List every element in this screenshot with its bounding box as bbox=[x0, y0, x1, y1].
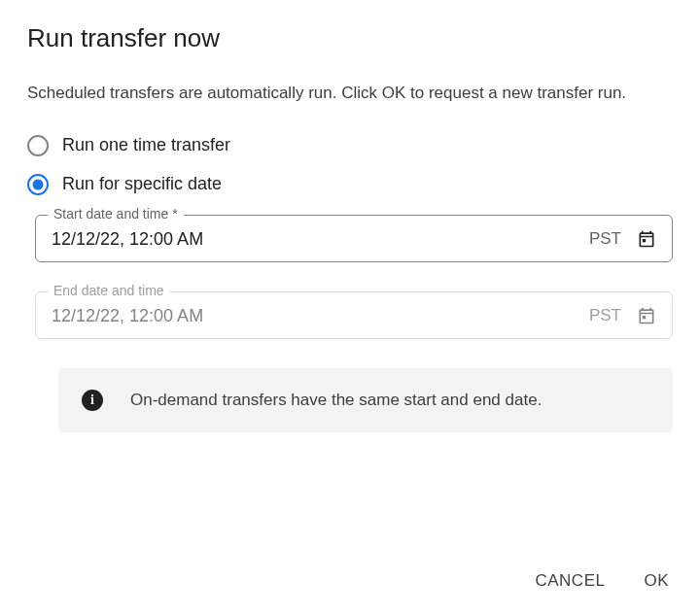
end-date-right: PST bbox=[589, 306, 656, 325]
info-message: On-demand transfers have the same start … bbox=[130, 391, 542, 410]
radio-checked-icon bbox=[27, 174, 49, 195]
end-date-field: End date and time 12/12/22, 12:00 AM PST bbox=[35, 291, 673, 339]
end-timezone: PST bbox=[589, 306, 621, 325]
dialog-buttons: CANCEL OK bbox=[531, 563, 673, 598]
radio-one-time-transfer[interactable]: Run one time transfer bbox=[27, 135, 673, 156]
radio-specific-date-label: Run for specific date bbox=[62, 174, 222, 194]
svg-rect-1 bbox=[643, 316, 646, 319]
radio-specific-date[interactable]: Run for specific date bbox=[27, 174, 673, 195]
start-date-right: PST bbox=[589, 229, 656, 249]
start-date-legend: Start date and time * bbox=[48, 206, 184, 222]
start-date-field[interactable]: Start date and time * 12/12/22, 12:00 AM… bbox=[35, 215, 673, 262]
radio-one-time-label: Run one time transfer bbox=[62, 135, 230, 155]
info-icon: i bbox=[82, 390, 103, 411]
end-date-value: 12/12/22, 12:00 AM bbox=[52, 306, 589, 326]
radio-unchecked-icon bbox=[27, 135, 49, 156]
dialog-title: Run transfer now bbox=[27, 23, 673, 53]
date-fields-container: Start date and time * 12/12/22, 12:00 AM… bbox=[35, 215, 673, 339]
calendar-icon[interactable] bbox=[637, 229, 656, 249]
start-date-value: 12/12/22, 12:00 AM bbox=[52, 229, 589, 250]
end-date-legend: End date and time bbox=[48, 283, 170, 298]
dialog-description: Scheduled transfers are automatically ru… bbox=[27, 81, 669, 106]
run-mode-radio-group: Run one time transfer Run for specific d… bbox=[27, 135, 673, 195]
svg-rect-0 bbox=[643, 239, 646, 242]
info-banner: i On-demand transfers have the same star… bbox=[58, 368, 673, 432]
calendar-icon bbox=[637, 306, 656, 325]
start-timezone: PST bbox=[589, 229, 621, 249]
ok-button[interactable]: OK bbox=[640, 563, 673, 598]
cancel-button[interactable]: CANCEL bbox=[531, 563, 609, 598]
